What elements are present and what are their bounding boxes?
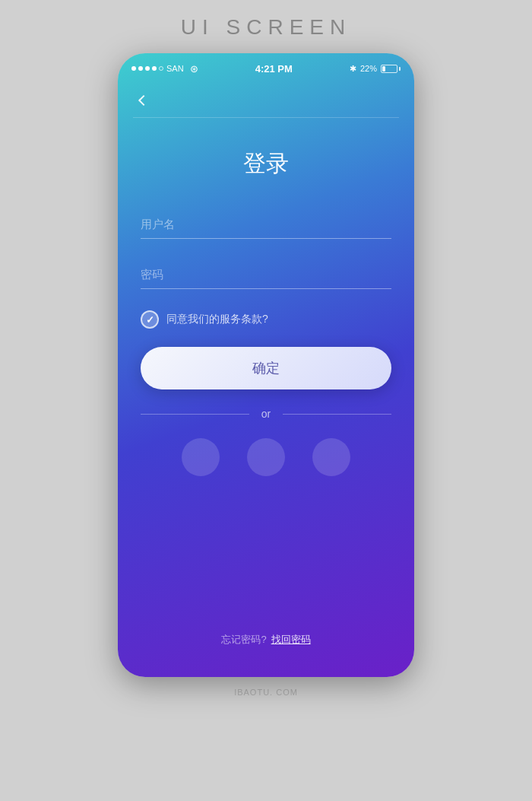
forgot-label: 忘记密码? — [221, 633, 266, 647]
password-input[interactable] — [141, 260, 391, 289]
battery-indicator — [381, 65, 401, 73]
or-text: or — [261, 408, 271, 420]
login-title: 登录 — [141, 148, 391, 180]
status-left: SAN ⊛ — [131, 63, 198, 75]
nav-bar — [118, 84, 414, 117]
or-line-left — [141, 414, 249, 415]
agree-checkbox[interactable]: ✓ — [141, 310, 159, 329]
status-bar: SAN ⊛ 4:21 PM ✱ 22% — [118, 53, 414, 84]
or-divider: or — [141, 408, 391, 420]
battery-fill — [382, 66, 385, 72]
username-group — [141, 210, 391, 239]
signal-dot-4 — [152, 66, 157, 71]
signal-dot-5 — [159, 66, 163, 71]
bottom-links: 忘记密码? 找回密码 — [141, 633, 391, 662]
social-icon-1[interactable] — [182, 438, 220, 476]
battery-tip — [399, 67, 401, 71]
back-chevron-icon — [138, 95, 149, 106]
social-row — [141, 438, 391, 476]
status-right: ✱ 22% — [350, 64, 401, 74]
agree-row: ✓ 同意我们的服务条款? — [141, 310, 391, 329]
status-time: 4:21 PM — [255, 63, 293, 75]
recover-link[interactable]: 找回密码 — [271, 633, 311, 647]
input-spacer — [141, 245, 391, 260]
social-icon-2[interactable] — [247, 438, 285, 476]
password-group — [141, 260, 391, 289]
watermark: IBAOTU. COM — [234, 688, 298, 697]
or-line-right — [283, 414, 391, 415]
agree-label: 同意我们的服务条款? — [166, 313, 268, 326]
phone-frame: SAN ⊛ 4:21 PM ✱ 22% 登录 — [118, 53, 414, 677]
confirm-button[interactable]: 确定 — [141, 347, 391, 389]
username-input[interactable] — [141, 210, 391, 239]
signal-dot-3 — [145, 66, 150, 71]
checkmark-icon: ✓ — [146, 314, 154, 326]
main-content: 登录 ✓ 同意我们的服务条款? 确定 or — [118, 118, 414, 677]
page-label: UI SCREEN — [181, 15, 351, 40]
wifi-icon: ⊛ — [190, 63, 198, 75]
bluetooth-icon: ✱ — [350, 64, 356, 74]
back-button[interactable] — [133, 90, 154, 111]
social-icon-3[interactable] — [312, 438, 350, 476]
carrier-name: SAN — [166, 64, 184, 73]
signal-dot-2 — [138, 66, 143, 71]
battery-bar — [381, 65, 397, 73]
signal-dots — [131, 66, 163, 71]
signal-dot-1 — [131, 66, 136, 71]
battery-percent: 22% — [360, 64, 377, 73]
